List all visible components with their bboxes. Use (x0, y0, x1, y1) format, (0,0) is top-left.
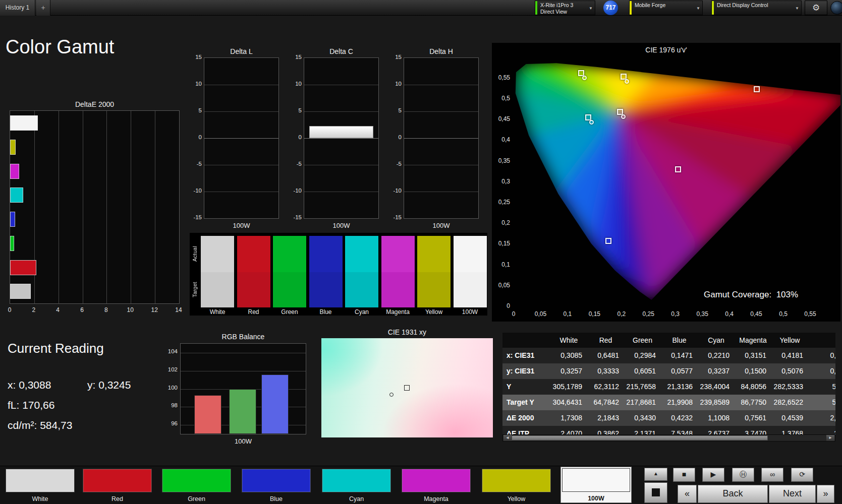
scroll-right-button[interactable]: ► (826, 435, 834, 441)
target-marker (404, 385, 410, 391)
column-header: Red (587, 333, 624, 348)
swatch-label: Green (273, 308, 306, 316)
table-cell: 0,3237 (698, 363, 735, 379)
row-label: Target Y (502, 395, 550, 410)
pattern-swatch (402, 469, 471, 492)
pattern-up-button[interactable]: ▲ (644, 468, 667, 481)
delta-h-chart: Delta H 100W 151050-5-10-15 (388, 47, 479, 232)
table-cell: 7,5348 (661, 426, 698, 434)
table-cell: 0,3 (808, 348, 835, 363)
gridline (204, 192, 278, 192)
stop-button[interactable]: ■ (673, 468, 695, 482)
stop-icon: ■ (682, 470, 686, 478)
settings-button[interactable]: ⚙ (805, 1, 827, 15)
scroll-left-button[interactable]: ◄ (503, 435, 512, 441)
next-button[interactable]: Next (769, 485, 816, 503)
pattern-button-100w[interactable]: 100W (560, 467, 632, 503)
swatch-target-cyan (345, 272, 378, 307)
results-table: WhiteRedGreenBlueCyanMagentaYellow x: CI… (502, 333, 835, 434)
table-horizontal-scrollbar[interactable]: ◄ ► (502, 434, 835, 442)
swatch-target-white (201, 272, 234, 307)
pattern-button-white[interactable]: White (5, 468, 76, 503)
pattern-window-button[interactable] (644, 482, 667, 503)
axis-tick-label: 104 (162, 348, 178, 354)
pattern-button-magenta[interactable]: Magenta (401, 468, 472, 503)
axis-tick-label: -15 (189, 214, 202, 220)
axis-tick-label: 10 (388, 81, 402, 87)
chart-title: DeltaE 2000 (10, 100, 180, 108)
table-cell: 0,6481 (587, 348, 624, 363)
next-chevron-button[interactable]: » (817, 485, 834, 503)
axis-tick-label: -10 (189, 187, 202, 194)
table-cell: 0,0577 (661, 363, 698, 379)
dim-lights-button[interactable] (830, 1, 842, 15)
row-label: ΔE ITP (502, 426, 550, 434)
add-tab-button[interactable]: + (36, 0, 50, 16)
table-cell: 0,1471 (661, 348, 698, 363)
gridline (304, 192, 378, 192)
gamut-marker-cyan-measured (589, 120, 594, 124)
row-label: Y (502, 379, 550, 395)
x-axis-label: 100W (180, 437, 306, 445)
pattern-button-red[interactable]: Red (82, 468, 153, 503)
table-cell: 2,6737 (698, 426, 735, 434)
scrollbar-thumb[interactable] (512, 435, 768, 440)
axis-tick-label: 5 (289, 107, 302, 113)
axis-tick-label: 2 (28, 306, 40, 313)
gridline (181, 353, 306, 353)
swatch-actual-magenta (381, 236, 415, 272)
axis-tick-label: 0,55 (492, 74, 510, 81)
rgb-balance-chart: RGB Balance 100W 1041021009896 (162, 333, 309, 449)
continuous-read-button[interactable]: ∞ (761, 468, 783, 482)
play-button[interactable]: ▶ (702, 468, 724, 482)
display-control-selector[interactable]: Direct Display Control ▼ (711, 1, 802, 15)
bar-red (10, 260, 36, 275)
source-selector[interactable]: Mobile Forge ▼ (629, 1, 703, 15)
pattern-button-green[interactable]: Green (161, 468, 232, 503)
gridline (155, 111, 155, 303)
pattern-swatch (322, 469, 391, 492)
pattern-button-blue[interactable]: Blue (241, 468, 312, 503)
gridline (59, 111, 59, 303)
axis-tick-label: 10 (289, 81, 302, 87)
axis-tick-label: 0,25 (640, 310, 656, 318)
gamut-marker-magenta (675, 166, 681, 172)
gridline (181, 371, 306, 371)
row-label: y: CIE31 (502, 363, 550, 379)
swatch-actual-red (237, 236, 270, 272)
back-button[interactable]: Back (698, 485, 768, 503)
gridline (404, 138, 478, 139)
axis-tick-label: -10 (388, 187, 402, 194)
table-cell: 0,3 (808, 363, 835, 379)
axis-tick-label: 0 (506, 310, 522, 318)
table-cell: 304,6431 (550, 395, 587, 410)
actual-target-swatches: Actual Target WhiteRedGreenBlueCyanMagen… (190, 233, 487, 316)
meter-selector[interactable]: X-Rite i1Pro 3 Direct View ▼ (535, 1, 595, 15)
pattern-swatch (482, 469, 551, 492)
axis-tick-label: 0,15 (492, 240, 510, 247)
axis-tick-label: 14 (173, 306, 185, 313)
hold-icon: Ⓗ (740, 470, 747, 478)
refresh-button[interactable]: ⟳ (791, 468, 813, 482)
tab-history-1[interactable]: History 1 (0, 0, 35, 16)
table-cell: 0,3862 (587, 426, 624, 434)
hold-button[interactable]: Ⓗ (732, 468, 754, 482)
current-reading-title: Current Reading (8, 341, 104, 356)
column-header (502, 333, 550, 348)
x-axis: 02468101214 (10, 306, 180, 314)
meter-status-stripe (535, 1, 537, 15)
previous-chevron-button[interactable]: « (678, 485, 697, 503)
table-cell: 0,3257 (550, 363, 587, 379)
pattern-button-yellow[interactable]: Yellow (481, 468, 552, 503)
bar-blue (261, 374, 289, 434)
gear-icon: ⚙ (812, 3, 820, 13)
chart-title: CIE 1931 xy (321, 328, 493, 336)
gridline (304, 85, 378, 85)
bar-100w (10, 115, 38, 131)
gridline (404, 85, 478, 85)
table-cell: 1,1008 (698, 410, 735, 426)
axis-tick-label: 0,1 (492, 261, 510, 268)
chart-title: Delta C (304, 47, 379, 55)
pattern-button-cyan[interactable]: Cyan (321, 468, 392, 503)
gamut-marker-green (578, 70, 584, 76)
